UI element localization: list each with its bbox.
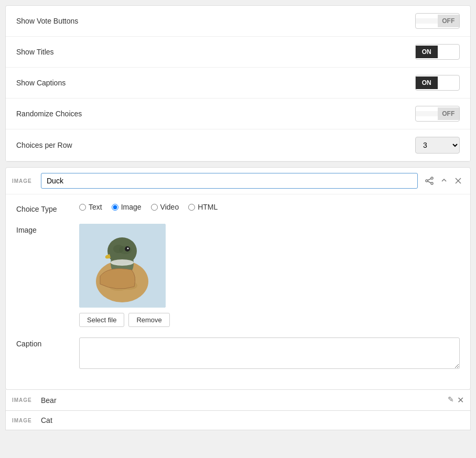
choices-per-row-row: Choices per Row 1 2 3 4 5 — [6, 129, 470, 161]
choice-type-radio-group: Text Image Video HTML — [79, 203, 460, 211]
toggle-on-side[interactable] — [416, 18, 438, 24]
select-file-button[interactable]: Select file — [79, 313, 124, 327]
caption-textarea[interactable] — [79, 337, 460, 369]
randomize-choices-row: Randomize Choices OFF — [6, 99, 470, 129]
randomize-toggle-on-side[interactable] — [416, 111, 438, 116]
image-card-header: IMAGE — [6, 168, 470, 194]
settings-section: Show Vote Buttons OFF Show Titles ON Sho… — [5, 5, 471, 162]
cat-name: Cat — [41, 416, 459, 424]
image-title-input[interactable] — [41, 173, 418, 189]
show-titles-row: Show Titles ON — [6, 37, 470, 68]
radio-html[interactable]: HTML — [188, 203, 218, 211]
show-vote-buttons-toggle[interactable]: OFF — [415, 13, 460, 29]
toggle-on-active[interactable]: ON — [416, 46, 438, 58]
cat-badge: IMAGE — [12, 418, 36, 423]
radio-text-input[interactable] — [79, 204, 86, 211]
show-captions-label: Show Captions — [16, 79, 66, 87]
bear-name: Bear — [41, 396, 442, 405]
radio-text[interactable]: Text — [79, 203, 102, 211]
collapse-button[interactable] — [439, 176, 449, 186]
image-upload-row: Image — [16, 224, 460, 327]
cat-item: IMAGE Cat — [5, 411, 471, 430]
choice-type-content: Text Image Video HTML — [79, 203, 460, 211]
radio-image[interactable]: Image — [112, 203, 142, 211]
bear-actions: ✎ ✕ — [448, 395, 464, 405]
radio-html-input[interactable] — [188, 204, 195, 211]
share-icon — [425, 177, 434, 185]
close-icon — [455, 177, 462, 184]
choice-type-label: Choice Type — [16, 203, 69, 213]
svg-point-2 — [426, 180, 428, 182]
bear-item: IMAGE Bear ✎ ✕ — [5, 390, 471, 411]
caption-row: Caption — [16, 337, 460, 370]
show-titles-toggle[interactable]: ON — [415, 44, 460, 60]
toggle-off-side[interactable]: OFF — [438, 15, 460, 27]
randomize-toggle-off-side[interactable]: OFF — [438, 107, 460, 120]
svg-point-1 — [431, 182, 433, 184]
page-wrapper: Show Vote Buttons OFF Show Titles ON Sho… — [0, 0, 476, 458]
svg-point-18 — [127, 248, 129, 249]
bear-edit-icon[interactable]: ✎ — [448, 395, 454, 405]
card-header-actions — [423, 176, 464, 186]
bear-close-icon[interactable]: ✕ — [457, 395, 464, 405]
svg-point-0 — [431, 177, 433, 179]
show-vote-buttons-label: Show Vote Buttons — [16, 17, 78, 25]
radio-html-label: HTML — [198, 203, 218, 211]
share-icon-button[interactable] — [423, 176, 436, 186]
svg-point-19 — [111, 259, 134, 266]
choices-per-row-label: Choices per Row — [16, 141, 72, 149]
svg-line-3 — [428, 179, 431, 180]
image-card-badge: IMAGE — [12, 178, 36, 184]
radio-image-label: Image — [121, 203, 142, 211]
remove-file-button[interactable]: Remove — [128, 313, 169, 327]
choices-per-row-select[interactable]: 1 2 3 4 5 — [415, 137, 460, 154]
radio-image-input[interactable] — [112, 204, 118, 211]
randomize-choices-label: Randomize Choices — [16, 110, 82, 118]
image-upload-content: Select file Remove — [79, 224, 460, 327]
radio-video-input[interactable] — [151, 204, 158, 211]
radio-video[interactable]: Video — [151, 203, 179, 211]
show-titles-label: Show Titles — [16, 48, 54, 56]
show-captions-row: Show Captions ON — [6, 68, 470, 99]
show-captions-toggle[interactable]: ON — [415, 75, 460, 91]
duck-image-preview — [79, 224, 166, 308]
toggle-off-inactive[interactable] — [438, 49, 460, 54]
remove-card-button[interactable] — [452, 176, 464, 186]
image-section-label: Image — [16, 224, 69, 234]
radio-video-label: Video — [160, 203, 179, 211]
svg-line-4 — [428, 181, 431, 183]
image-card-duck: IMAGE — [5, 167, 471, 390]
caption-label: Caption — [16, 337, 69, 348]
choices-per-row-select-wrapper: 1 2 3 4 5 — [415, 137, 460, 154]
randomize-choices-toggle[interactable]: OFF — [415, 106, 460, 122]
choice-type-row: Choice Type Text Image Video — [16, 203, 460, 213]
show-vote-buttons-row: Show Vote Buttons OFF — [6, 6, 470, 37]
card-body: Choice Type Text Image Video — [6, 194, 470, 389]
show-captions-on-active[interactable]: ON — [416, 77, 438, 89]
file-buttons: Select file Remove — [79, 313, 460, 327]
radio-text-label: Text — [89, 203, 102, 211]
show-captions-off-inactive[interactable] — [438, 80, 460, 85]
chevron-up-icon — [441, 177, 447, 183]
bear-badge: IMAGE — [12, 397, 36, 403]
duck-svg — [79, 224, 166, 308]
caption-content — [79, 337, 460, 370]
